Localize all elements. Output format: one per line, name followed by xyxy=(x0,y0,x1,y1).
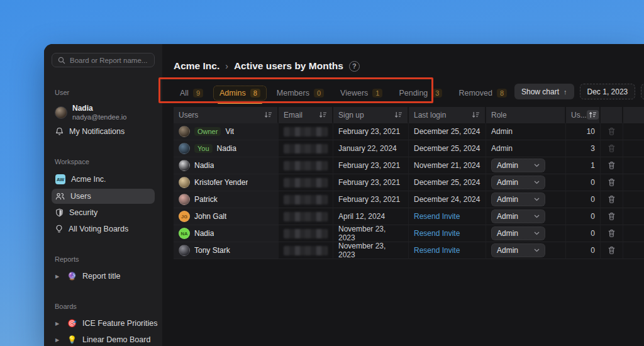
avatar xyxy=(179,194,190,205)
sidebar-item-board-linear[interactable]: ▶ 💡 Linear Demo Board xyxy=(52,332,155,346)
users-table: Users Email Sign up Last login Role xyxy=(174,107,644,259)
cell-email xyxy=(279,225,333,242)
column-header-usage[interactable]: Us... xyxy=(566,107,601,123)
sidebar-item-security[interactable]: Security xyxy=(52,205,155,220)
trash-icon[interactable] xyxy=(608,127,616,136)
avatar xyxy=(179,245,190,256)
trash-icon[interactable] xyxy=(608,178,616,187)
trash-icon[interactable] xyxy=(608,195,616,204)
sidebar-item-workspace[interactable]: AW Acme Inc. xyxy=(52,171,155,187)
tab-viewers[interactable]: Viewers1 xyxy=(334,86,389,101)
trash-icon[interactable] xyxy=(608,229,616,238)
cell-spacer xyxy=(623,140,644,157)
chevron-down-icon xyxy=(534,198,540,201)
help-icon[interactable]: ? xyxy=(349,61,360,72)
cell-user: Patrick xyxy=(174,191,279,208)
sort-icon xyxy=(319,111,327,118)
search-input[interactable]: Board or Report name... xyxy=(52,53,155,67)
resend-invite-link[interactable]: Resend Invite xyxy=(414,212,460,221)
column-label: Role xyxy=(491,111,507,120)
column-header-actions xyxy=(601,107,623,123)
cell-user: JGJohn Galt xyxy=(174,208,279,225)
role-value: Admin xyxy=(497,161,518,170)
expand-caret-icon[interactable]: ▶ xyxy=(55,274,62,279)
tab-members[interactable]: Members0 xyxy=(270,86,330,101)
tab-label: Admins xyxy=(219,89,246,98)
column-header-email[interactable]: Email xyxy=(279,107,333,123)
column-header-role[interactable]: Role xyxy=(486,107,566,123)
cell-usage: 0 xyxy=(566,208,601,225)
trash-icon[interactable] xyxy=(608,144,616,153)
board-emoji-icon: 💡 xyxy=(67,335,77,344)
desktop: { "colors": { "annotation_red": "#d93b20… xyxy=(0,0,644,346)
cell-spacer xyxy=(623,242,644,259)
expand-caret-icon[interactable]: ▶ xyxy=(55,321,62,326)
section-label-workspace: Workspace xyxy=(55,158,152,165)
role-dropdown[interactable]: Admin xyxy=(491,176,545,189)
date-start-button[interactable]: Dec 1, 2023 xyxy=(580,84,636,99)
cell-signup: January 22, 2024 xyxy=(333,140,409,157)
sidebar-item-users[interactable]: Users xyxy=(52,189,155,204)
report-emoji-icon: 🔮 xyxy=(67,272,77,281)
column-header-users[interactable]: Users xyxy=(174,107,279,123)
tab-label: Pending xyxy=(399,89,428,98)
tab-removed[interactable]: Removed8 xyxy=(452,86,513,101)
tab-count-badge: 0 xyxy=(314,89,324,98)
cell-actions xyxy=(601,123,623,140)
cell-usage: 0 xyxy=(566,191,601,208)
cell-spacer xyxy=(623,191,644,208)
chevron-down-icon xyxy=(534,181,540,184)
cell-signup: February 23, 2021 xyxy=(333,191,409,208)
column-header-spacer xyxy=(623,107,644,123)
role-dropdown[interactable]: Admin xyxy=(491,193,545,206)
trash-icon[interactable] xyxy=(608,161,616,170)
cell-user: YouNadia xyxy=(174,140,279,157)
trash-icon[interactable] xyxy=(608,246,616,255)
breadcrumb-workspace[interactable]: Acme Inc. xyxy=(174,60,219,72)
tab-label: Viewers xyxy=(340,89,368,98)
sidebar-item-voting-boards[interactable]: All Voting Boards xyxy=(52,221,155,237)
role-value: Admin xyxy=(497,195,518,204)
cell-actions xyxy=(601,208,623,225)
table-row: NANadiaNovember 23, 2023Resend InviteAdm… xyxy=(174,225,644,242)
tab-count-badge: 9 xyxy=(193,89,203,98)
table-body: OwnerVitFebruary 23, 2021December 25, 20… xyxy=(174,123,644,259)
role-dropdown[interactable]: Admin xyxy=(491,209,545,223)
sidebar-item-label: Acme Inc. xyxy=(71,175,106,184)
role-dropdown[interactable]: Admin xyxy=(491,159,545,172)
role-value: Admin xyxy=(497,178,518,187)
date-end-button[interactable]: Dec xyxy=(641,84,644,99)
tab-pending[interactable]: Pending3 xyxy=(392,86,448,101)
show-chart-button[interactable]: Show chart ↑ xyxy=(514,84,574,99)
table-row: JGJohn GaltApril 12, 2024Resend InviteAd… xyxy=(174,208,644,225)
resend-invite-link[interactable]: Resend Invite xyxy=(414,246,460,255)
breadcrumb-separator: › xyxy=(225,61,228,71)
section-label-user: User xyxy=(55,89,152,96)
tab-admins[interactable]: Admins8 xyxy=(213,86,267,101)
tab-all[interactable]: All9 xyxy=(174,86,209,101)
cell-lastlogin: November 21, 2024 xyxy=(409,157,486,174)
sidebar-item-notifications[interactable]: My Notifications xyxy=(52,124,155,139)
table-row: Kristofer YenderFebruary 23, 2021Decembe… xyxy=(174,174,644,191)
resend-invite-link[interactable]: Resend Invite xyxy=(414,229,460,238)
tab-count-badge: 8 xyxy=(497,89,507,98)
user-name: Nadia xyxy=(217,144,236,153)
cell-user: Nadia xyxy=(174,157,279,174)
user-profile[interactable]: Nadia nadya@tendee.io xyxy=(52,102,155,123)
table-header: Users Email Sign up Last login Role xyxy=(174,107,644,123)
sidebar-item-report-title[interactable]: ▶ 🔮 Report title xyxy=(52,269,155,284)
sort-active-icon[interactable] xyxy=(587,110,599,120)
cell-signup: April 12, 2024 xyxy=(333,208,409,225)
sidebar-item-label: All Voting Boards xyxy=(69,225,128,233)
sidebar-item-board-ice[interactable]: ▶ 🎯 ICE Feature Priorities xyxy=(52,316,155,331)
role-dropdown[interactable]: Admin xyxy=(491,243,545,257)
column-header-signup[interactable]: Sign up xyxy=(333,107,409,123)
email-redacted xyxy=(284,195,328,204)
sort-icon xyxy=(264,111,272,118)
expand-caret-icon[interactable]: ▶ xyxy=(55,337,62,343)
cell-usage: 10 xyxy=(566,123,601,140)
trash-icon[interactable] xyxy=(608,212,616,221)
search-icon xyxy=(58,57,65,64)
role-dropdown[interactable]: Admin xyxy=(491,226,545,240)
column-header-lastlogin[interactable]: Last login xyxy=(409,107,486,123)
